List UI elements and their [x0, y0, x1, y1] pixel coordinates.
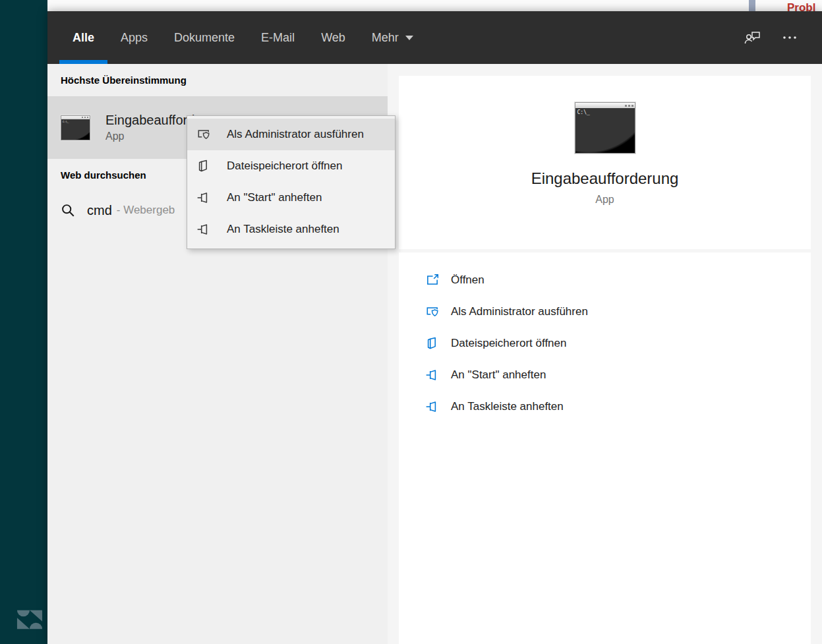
menu-item-pin-to-start[interactable]: An "Start" anheften: [187, 182, 395, 214]
action-open[interactable]: Öffnen: [399, 264, 811, 296]
tab-apps[interactable]: Apps: [107, 11, 161, 64]
search-icon: [61, 203, 76, 218]
background-scrollbar: [749, 0, 755, 11]
open-file-location-icon: [425, 336, 440, 351]
web-query-text: cmd: [87, 203, 112, 218]
background-red-text: Probl: [787, 1, 815, 11]
context-menu: Als Administrator ausführen Dateispeiche…: [187, 115, 396, 249]
pin-icon: [425, 368, 440, 382]
pin-icon: [425, 399, 440, 414]
tab-dokumente[interactable]: Dokumente: [161, 11, 248, 64]
menu-item-pin-to-taskbar[interactable]: An Taskleiste anheften: [187, 214, 395, 245]
command-prompt-icon: C:\_: [61, 115, 90, 140]
preview-title: Eingabeaufforderung: [531, 169, 679, 188]
action-run-as-admin[interactable]: Als Administrator ausführen: [399, 296, 811, 328]
best-match-header: Höchste Übereinstimmung: [47, 64, 388, 96]
tab-email[interactable]: E-Mail: [248, 11, 308, 64]
zendesk-logo-icon: [16, 608, 44, 631]
background-teal-rail: [0, 0, 47, 644]
search-flyout: Alle Apps Dokumente E-Mail Web Mehr: [47, 11, 822, 644]
pin-icon: [196, 190, 211, 205]
preview-panel: C:\_ Eingabeaufforderung App Öffnen: [388, 64, 822, 644]
tab-alle[interactable]: Alle: [59, 11, 107, 64]
command-prompt-icon-large: C:\_: [575, 102, 635, 154]
tab-mehr[interactable]: Mehr: [359, 11, 426, 64]
action-open-file-location[interactable]: Dateispeicherort öffnen: [399, 328, 811, 359]
preview-header-card: C:\_ Eingabeaufforderung App: [399, 76, 811, 249]
admin-shield-icon: [196, 127, 211, 142]
chevron-down-icon: [405, 36, 413, 40]
preview-actions-card: Öffnen Als Administrator ausführen: [399, 252, 811, 644]
tab-web[interactable]: Web: [308, 11, 359, 64]
action-pin-to-start[interactable]: An "Start" anheften: [399, 359, 811, 391]
screen: Probl Alle Apps Dokumente E-Mail Web Meh…: [0, 0, 822, 644]
more-options-icon[interactable]: [781, 29, 798, 46]
action-pin-to-taskbar[interactable]: An Taskleiste anheften: [399, 391, 811, 423]
preview-subtitle: App: [595, 194, 614, 206]
web-suffix-text: - Webergeb: [117, 204, 175, 217]
search-filter-bar: Alle Apps Dokumente E-Mail Web Mehr: [47, 11, 822, 64]
open-file-location-icon: [196, 159, 211, 173]
menu-item-open-file-location[interactable]: Dateispeicherort öffnen: [187, 150, 395, 182]
menu-item-run-as-admin[interactable]: Als Administrator ausführen: [187, 119, 395, 150]
pin-icon: [196, 222, 211, 237]
admin-shield-icon: [425, 305, 440, 319]
open-icon: [425, 273, 440, 287]
feedback-icon[interactable]: [744, 29, 761, 46]
background-page-strip: Probl: [47, 0, 822, 11]
